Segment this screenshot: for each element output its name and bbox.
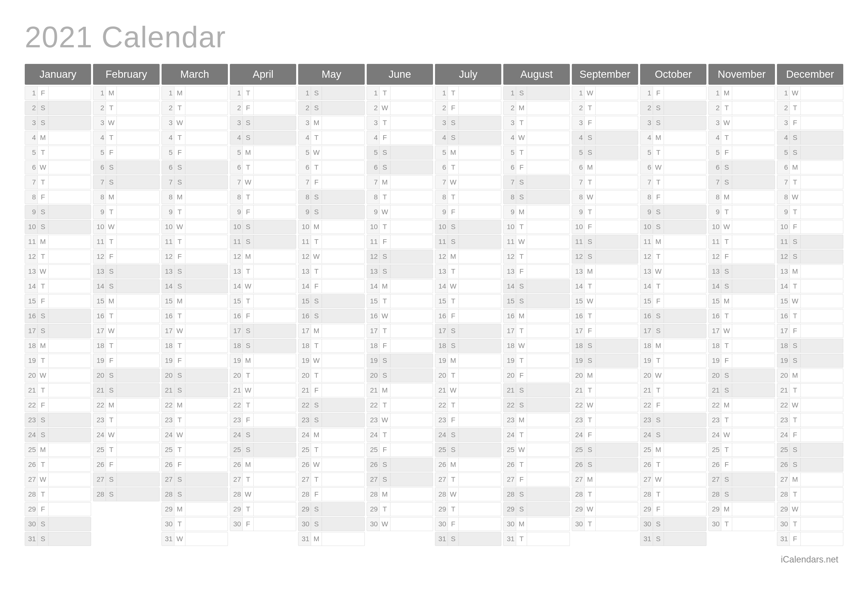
- day-weekday: T: [585, 487, 595, 501]
- day-row: 23T: [777, 413, 843, 427]
- day-space: [595, 264, 638, 278]
- day-weekday: T: [653, 280, 664, 293]
- day-space: [117, 368, 160, 382]
- day-row: 3S: [230, 116, 296, 130]
- day-weekday: M: [721, 190, 732, 204]
- day-number: 28: [503, 487, 516, 501]
- day-number: 29: [230, 502, 243, 516]
- day-space: [254, 324, 296, 338]
- day-number: 22: [435, 398, 448, 412]
- day-number: 4: [93, 131, 106, 145]
- day-space: [117, 176, 160, 189]
- day-row: 1M: [93, 86, 160, 100]
- day-weekday: S: [311, 413, 322, 427]
- day-space: [185, 280, 228, 293]
- day-space: [459, 280, 501, 293]
- day-weekday: S: [174, 383, 185, 397]
- day-space: [527, 160, 570, 174]
- day-number: 8: [640, 190, 653, 204]
- day-space: [322, 264, 364, 278]
- day-number: 23: [161, 413, 174, 427]
- day-weekday: S: [106, 368, 117, 382]
- day-weekday: T: [174, 517, 185, 531]
- day-space: [595, 502, 638, 516]
- day-number: 19: [640, 354, 653, 368]
- day-row: 12S: [777, 250, 843, 264]
- day-weekday: S: [721, 473, 732, 487]
- day-weekday: W: [37, 264, 48, 278]
- day-number: 7: [161, 176, 174, 189]
- day-space: [185, 294, 228, 308]
- day-number: 7: [435, 176, 448, 189]
- day-weekday: S: [585, 339, 595, 353]
- day-number: 18: [572, 339, 585, 353]
- day-weekday: F: [790, 324, 801, 338]
- day-space: [459, 309, 501, 323]
- day-row: 15F: [640, 294, 707, 308]
- day-weekday: S: [790, 458, 801, 472]
- day-space: [664, 235, 707, 249]
- day-row: 13S: [161, 264, 228, 278]
- day-space: [185, 176, 228, 189]
- day-weekday: S: [311, 502, 322, 516]
- day-weekday: S: [106, 160, 117, 174]
- day-weekday: W: [653, 368, 664, 382]
- day-weekday: F: [106, 250, 117, 264]
- day-row: 23F: [230, 413, 296, 427]
- day-row: 28S: [503, 487, 570, 501]
- day-weekday: F: [380, 131, 391, 145]
- day-row: 24W: [161, 428, 228, 442]
- day-row: 9T: [708, 205, 775, 219]
- day-space: [732, 190, 775, 204]
- day-weekday: F: [243, 101, 254, 115]
- day-row: 31F: [777, 532, 843, 546]
- day-number: 10: [367, 220, 380, 234]
- day-number: 27: [93, 473, 106, 487]
- month-header: November: [708, 64, 775, 85]
- day-number: 7: [230, 176, 243, 189]
- day-space: [527, 235, 570, 249]
- day-space: [732, 354, 775, 368]
- day-weekday: T: [311, 473, 322, 487]
- day-row: 7T: [25, 176, 91, 189]
- day-weekday: T: [516, 116, 527, 130]
- day-space: [595, 473, 638, 487]
- day-weekday: T: [448, 294, 459, 308]
- day-row: 20T: [298, 368, 364, 382]
- day-space: [391, 324, 433, 338]
- day-number: 2: [367, 101, 380, 115]
- day-number: 26: [572, 458, 585, 472]
- day-number: 8: [161, 190, 174, 204]
- day-row: 7W: [230, 176, 296, 189]
- day-number: 30: [25, 517, 37, 531]
- day-row: 22W: [777, 398, 843, 412]
- day-number: 4: [640, 131, 653, 145]
- day-weekday: W: [653, 473, 664, 487]
- day-number: 1: [708, 86, 721, 100]
- day-number: 15: [640, 294, 653, 308]
- day-row: 26F: [93, 458, 160, 472]
- day-space: [117, 339, 160, 353]
- day-row: 9S: [25, 205, 91, 219]
- day-weekday: M: [243, 354, 254, 368]
- day-row: 18S: [435, 339, 501, 353]
- day-weekday: F: [106, 146, 117, 160]
- day-row: 9T: [572, 205, 638, 219]
- day-weekday: M: [790, 160, 801, 174]
- day-row: 24W: [93, 428, 160, 442]
- day-space: [185, 131, 228, 145]
- day-number: 30: [367, 517, 380, 531]
- day-number: 6: [161, 160, 174, 174]
- day-row: 9W: [367, 205, 433, 219]
- day-weekday: M: [174, 86, 185, 100]
- day-weekday: F: [653, 294, 664, 308]
- day-space: [48, 532, 91, 546]
- day-number: 31: [161, 532, 174, 546]
- day-row: 6W: [640, 160, 707, 174]
- day-row: 8F: [640, 190, 707, 204]
- day-space: [322, 517, 364, 531]
- day-row: 29M: [708, 502, 775, 516]
- day-weekday: W: [448, 487, 459, 501]
- day-number: 20: [230, 368, 243, 382]
- day-row: 18T: [298, 339, 364, 353]
